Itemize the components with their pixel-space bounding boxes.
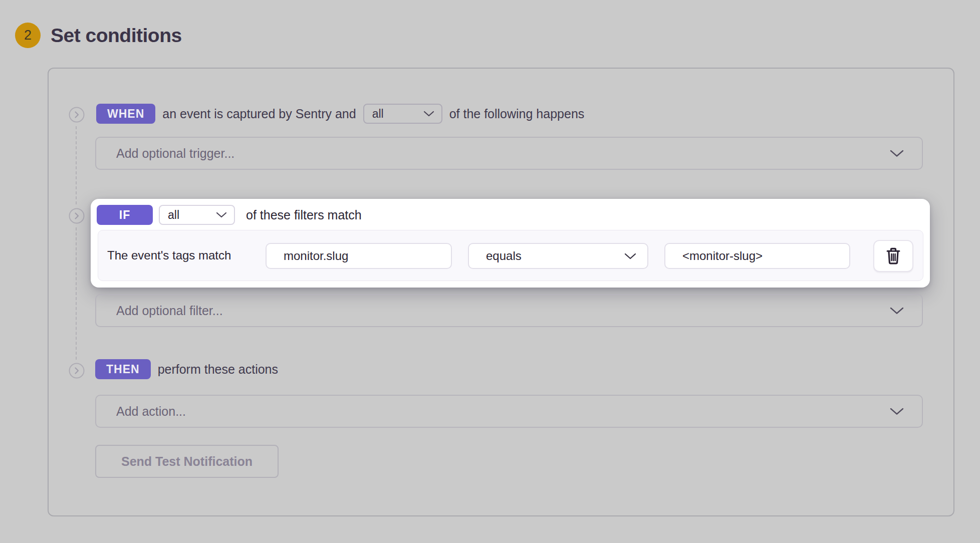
filter-condition-row: The event's tags match equals — [98, 230, 923, 281]
then-row: THEN perform these actions — [95, 359, 278, 379]
filter-match-select[interactable]: equals — [468, 243, 648, 269]
filter-key-input[interactable] — [266, 243, 452, 269]
step-number-badge: 2 — [15, 23, 41, 48]
when-collapse-chevron-icon[interactable] — [69, 107, 85, 123]
filter-condition-label: The event's tags match — [107, 230, 231, 281]
when-text-before: an event is captured by Sentry and — [162, 107, 356, 121]
chevron-down-icon — [624, 253, 636, 259]
trash-icon — [885, 247, 901, 265]
if-aggregate-select-value: all — [168, 208, 179, 222]
if-badge: IF — [97, 205, 153, 225]
add-optional-filter-placeholder: Add optional filter... — [116, 304, 223, 318]
chevron-down-icon — [216, 212, 227, 218]
then-collapse-chevron-icon[interactable] — [69, 363, 85, 379]
add-optional-trigger-placeholder: Add optional trigger... — [116, 146, 234, 161]
if-filters-card: IF all of these filters match The event'… — [91, 199, 930, 288]
if-collapse-chevron-icon[interactable] — [69, 208, 85, 224]
chevron-down-icon — [423, 111, 434, 117]
then-badge: THEN — [95, 359, 151, 379]
chevron-down-icon — [890, 150, 904, 157]
send-test-notification-button[interactable]: Send Test Notification — [95, 445, 279, 478]
when-aggregate-select[interactable]: all — [363, 104, 442, 124]
add-optional-filter-select[interactable]: Add optional filter... — [95, 294, 923, 327]
when-badge: WHEN — [96, 104, 155, 124]
filter-value-input[interactable] — [664, 243, 850, 269]
step-header: 2 Set conditions — [15, 23, 182, 48]
filter-match-select-value: equals — [486, 249, 522, 263]
add-action-select[interactable]: Add action... — [95, 395, 923, 428]
if-aggregate-select[interactable]: all — [159, 205, 235, 225]
when-text-after: of the following happens — [449, 107, 585, 121]
add-optional-trigger-select[interactable]: Add optional trigger... — [95, 137, 923, 170]
timeline-dashed-connector — [76, 227, 77, 360]
then-text: perform these actions — [158, 362, 278, 377]
page-title: Set conditions — [51, 25, 182, 47]
when-aggregate-select-value: all — [372, 107, 384, 121]
add-action-placeholder: Add action... — [116, 404, 186, 419]
when-row: WHEN an event is captured by Sentry and … — [96, 104, 584, 124]
if-text-after: of these filters match — [246, 208, 362, 222]
chevron-down-icon — [890, 408, 904, 415]
if-row: IF all of these filters match — [97, 205, 362, 225]
delete-filter-button[interactable] — [873, 240, 913, 272]
timeline-dashed-connector — [76, 126, 77, 204]
chevron-down-icon — [890, 307, 904, 315]
